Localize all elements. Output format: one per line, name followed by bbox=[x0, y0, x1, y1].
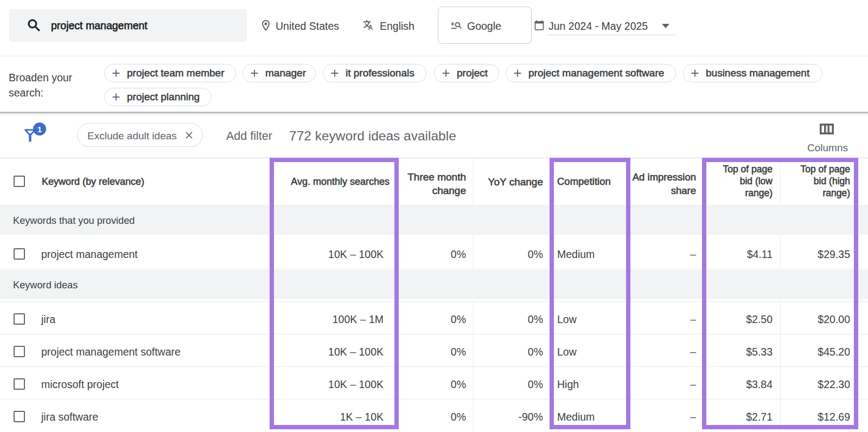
svg-text:A: A bbox=[368, 24, 373, 31]
